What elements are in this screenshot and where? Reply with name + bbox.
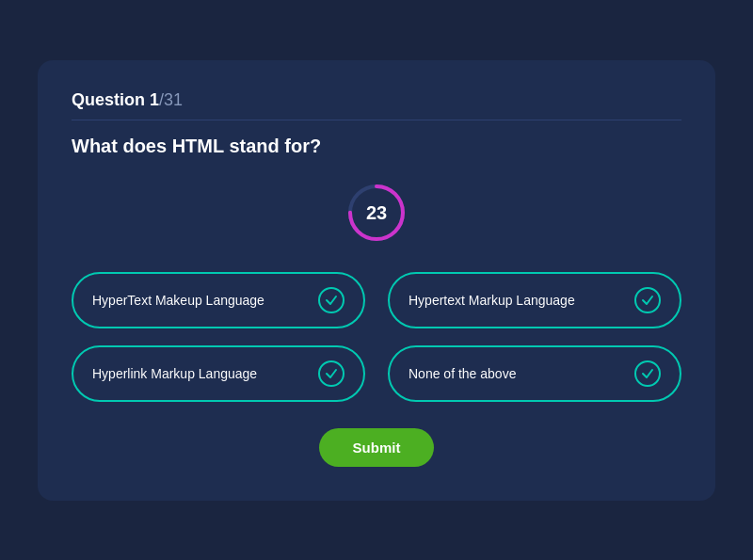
options-grid: HyperText Makeup Language Hypertext Mark… xyxy=(72,272,681,402)
option-a-check xyxy=(318,287,344,313)
option-d-text: None of the above xyxy=(409,366,623,381)
check-a-icon xyxy=(325,294,338,307)
submit-button[interactable]: Submit xyxy=(319,428,435,467)
timer-circle: 23 xyxy=(344,180,409,246)
quiz-card: Question 1/31 What does HTML stand for? … xyxy=(38,60,715,501)
check-c-icon xyxy=(325,367,338,380)
option-c-text: Hyperlink Markup Language xyxy=(92,366,307,381)
option-c-check xyxy=(318,360,344,387)
option-b[interactable]: Hypertext Markup Language xyxy=(388,272,681,328)
option-b-check xyxy=(634,287,661,313)
timer-number: 23 xyxy=(366,201,387,223)
option-d[interactable]: None of the above xyxy=(388,345,681,402)
divider xyxy=(72,120,681,120)
option-b-text: Hypertext Markup Language xyxy=(409,293,623,308)
check-b-icon xyxy=(641,294,654,307)
timer-container: 23 xyxy=(72,180,681,246)
question-text: What does HTML stand for? xyxy=(72,136,681,157)
check-d-icon xyxy=(641,367,654,380)
question-header: Question 1/31 xyxy=(72,90,681,110)
option-c[interactable]: Hyperlink Markup Language xyxy=(72,345,365,402)
question-label: Question 1/31 xyxy=(72,90,183,110)
option-d-check xyxy=(634,360,661,387)
option-a[interactable]: HyperText Makeup Language xyxy=(72,272,365,328)
submit-container: Submit xyxy=(72,428,681,467)
option-a-text: HyperText Makeup Language xyxy=(92,293,307,308)
